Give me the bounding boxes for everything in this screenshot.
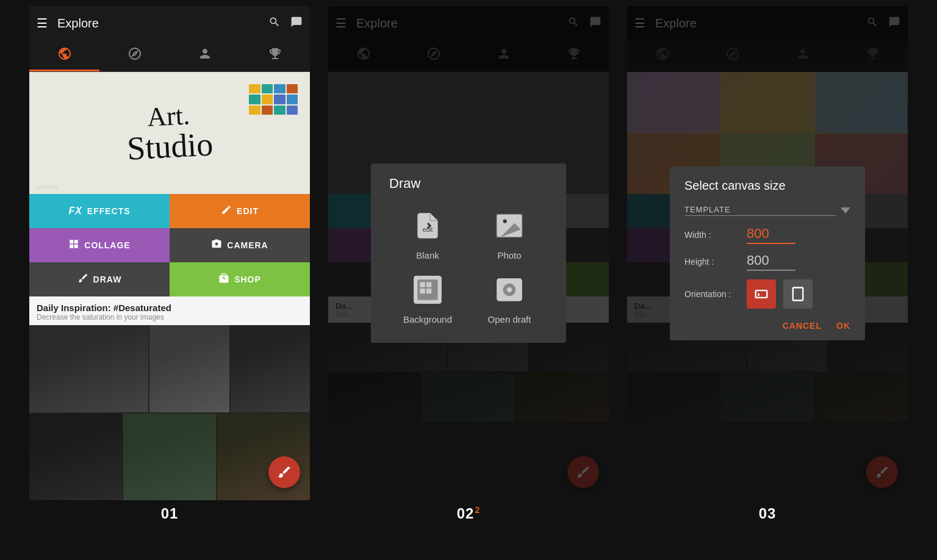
step-02: 022 (457, 505, 481, 522)
daily-title: Daily Inspiration: #Desaturated (37, 303, 303, 313)
nav-tab-person[interactable] (170, 40, 240, 71)
nav-tab-trophy[interactable] (240, 40, 310, 71)
canvas-dialog: Select canvas size TEMPLATE Width : 800 … (670, 167, 865, 340)
draw-button[interactable]: DRAW (29, 262, 170, 296)
height-label: Height : (684, 257, 739, 267)
photo-grid (29, 325, 310, 500)
camera-label: CAMERA (227, 240, 268, 250)
template-row: TEMPLATE (684, 205, 850, 216)
edit-icon (221, 204, 232, 218)
svg-text:edit: edit (423, 226, 433, 233)
portrait-orientation-button[interactable] (783, 279, 813, 309)
orientation-row: Orientation : (684, 279, 850, 309)
photo-row-2 (29, 414, 310, 501)
photo-cell-6 (217, 414, 310, 501)
collage-label: COLLAGE (84, 240, 130, 250)
open-draft-label: Open draft (488, 314, 531, 325)
svg-rect-7 (420, 289, 425, 293)
svg-point-11 (507, 287, 512, 292)
template-label: TEMPLATE (684, 205, 836, 216)
photo-label: Photo (497, 250, 521, 260)
blank-label: Blank (416, 250, 439, 260)
phone-screen-01: ☰ Explore (29, 6, 310, 500)
top-icons (268, 16, 303, 31)
top-bar-01: ☰ Explore (29, 6, 310, 40)
photo-row-1 (29, 325, 310, 412)
orientation-label: Orientation : (684, 289, 739, 299)
shop-icon (218, 273, 229, 287)
draw-menu-grid: edit Blank (389, 206, 548, 325)
fab-button[interactable] (268, 456, 300, 488)
art-studio-canvas: Art. Studio 10/30/0:0 (29, 72, 310, 194)
edit-button[interactable]: EDIT (170, 194, 310, 228)
nav-tab-compass[interactable] (99, 40, 170, 71)
landscape-orientation-button[interactable] (747, 279, 776, 309)
svg-rect-5 (420, 282, 425, 287)
phone-screen-02: ☰ Explore (328, 6, 609, 500)
canvas-dialog-title: Select canvas size (684, 179, 850, 193)
watercolor-decoration (249, 84, 298, 115)
daily-section: Daily Inspiration: #Desaturated Decrease… (29, 296, 310, 325)
svg-rect-6 (426, 282, 431, 287)
hero-image: Art. Studio 10/30/0:0 (29, 72, 310, 194)
width-row: Width : 800 (684, 226, 850, 244)
width-input[interactable]: 800 (747, 226, 795, 244)
svg-rect-8 (426, 289, 431, 293)
camera-icon (211, 239, 222, 253)
height-input[interactable]: 800 (747, 253, 795, 271)
search-icon[interactable] (268, 16, 281, 31)
screenshot-03: ☰ Explore (618, 6, 917, 522)
shop-button[interactable]: SHOP (170, 262, 310, 296)
draw-icon (77, 273, 88, 287)
nav-tab-globe[interactable] (29, 40, 99, 71)
effects-icon: FX (68, 206, 82, 217)
draw-label: DRAW (93, 275, 122, 284)
screenshots-row: ☰ Explore (0, 0, 937, 560)
app-title: Explore (57, 16, 268, 31)
canvas-dialog-overlay: Select canvas size TEMPLATE Width : 800 … (627, 6, 908, 500)
collage-button[interactable]: COLLAGE (29, 228, 170, 262)
draw-menu-overlay: Draw edit (328, 6, 609, 500)
draw-photo-item[interactable]: Photo (471, 206, 548, 260)
step-03: 03 (759, 505, 777, 522)
photo-cell-1 (29, 325, 148, 412)
screenshot-02: ☰ Explore (319, 6, 618, 522)
photo-cell-5 (123, 414, 216, 501)
shop-label: SHOP (234, 275, 261, 284)
photo-icon (490, 206, 529, 245)
hero-timestamp: 10/30/0:0 (35, 184, 59, 190)
photo-cell-2 (149, 325, 229, 412)
draw-blank-item[interactable]: edit Blank (389, 206, 466, 260)
screenshot-01: ☰ Explore (20, 6, 319, 522)
background-label: Background (403, 314, 452, 325)
phone-screen-03: ☰ Explore (627, 6, 908, 500)
background-icon (408, 270, 447, 309)
photo-cell-3 (231, 325, 310, 412)
photo-cell-4 (29, 414, 122, 501)
canvas-actions: CANCEL OK (684, 321, 850, 331)
camera-button[interactable]: CAMERA (170, 228, 310, 262)
draw-menu-title: Draw (389, 176, 548, 192)
step-01: 01 (161, 505, 179, 522)
blank-icon: edit (408, 206, 447, 245)
action-buttons: FX EFFECTS EDIT COLLAGE (29, 194, 310, 296)
nav-tabs-01 (29, 40, 310, 72)
ok-button[interactable]: OK (836, 321, 850, 331)
height-row: Height : 800 (684, 253, 850, 271)
effects-button[interactable]: FX EFFECTS (29, 194, 170, 228)
draw-background-item[interactable]: Background (389, 270, 466, 325)
svg-point-2 (503, 220, 507, 223)
width-label: Width : (684, 230, 739, 240)
edit-label: EDIT (237, 206, 259, 216)
effects-label: EFFECTS (87, 206, 131, 216)
open-draft-icon (490, 270, 529, 309)
cancel-button[interactable]: CANCEL (783, 321, 822, 331)
draw-open-draft-item[interactable]: Open draft (471, 270, 548, 325)
draw-menu: Draw edit (371, 163, 566, 343)
menu-icon[interactable]: ☰ (37, 16, 48, 31)
collage-icon (68, 239, 79, 253)
template-arrow-icon (841, 207, 850, 214)
daily-subtitle: Decrease the saturation in your images (37, 313, 303, 321)
art-studio-title: Art. Studio (125, 101, 214, 165)
message-icon[interactable] (290, 16, 303, 31)
